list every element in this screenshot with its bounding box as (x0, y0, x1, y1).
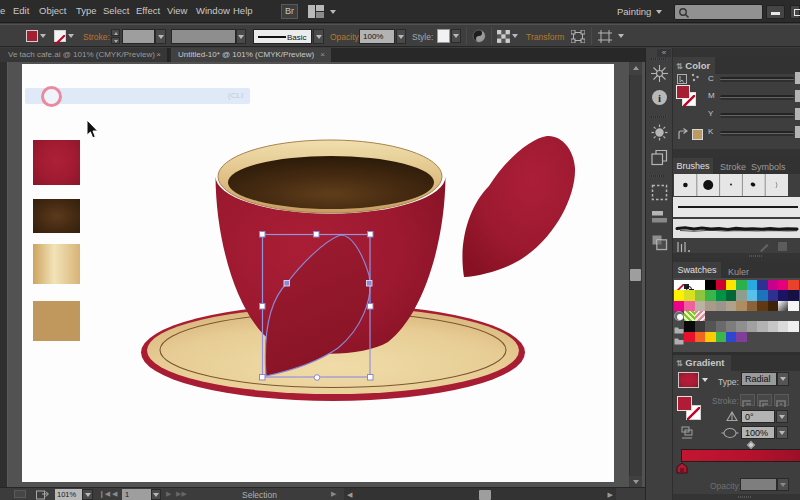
svg-text:i: i (658, 92, 661, 104)
